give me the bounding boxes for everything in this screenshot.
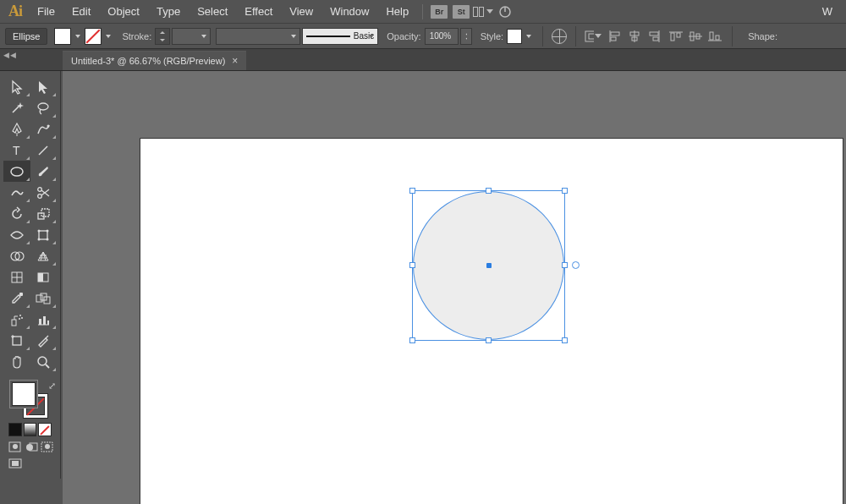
- document-tab[interactable]: Untitled-3* @ 66.67% (RGB/Preview) ×: [63, 51, 246, 70]
- align-bottom-button[interactable]: [706, 28, 723, 45]
- menu-edit[interactable]: Edit: [63, 0, 99, 24]
- stroke-dropdown[interactable]: [103, 28, 113, 45]
- line-segment-tool[interactable]: [30, 140, 58, 161]
- close-tab-button[interactable]: ×: [232, 56, 238, 66]
- mesh-tool[interactable]: [3, 266, 30, 288]
- blend-tool[interactable]: [30, 288, 58, 309]
- swap-fill-stroke-icon[interactable]: ⤢: [48, 381, 56, 392]
- align-right-button[interactable]: [645, 28, 662, 45]
- dock-toggle[interactable]: ◀◀: [3, 51, 17, 59]
- free-transform-tool[interactable]: [30, 224, 58, 245]
- draw-normal-icon[interactable]: [8, 441, 22, 453]
- arrange-documents-button[interactable]: [474, 3, 492, 20]
- bridge-button[interactable]: Br: [430, 3, 448, 20]
- magic-wand-tool[interactable]: [3, 97, 30, 118]
- lasso-icon: [36, 101, 50, 115]
- curvature-tool[interactable]: [30, 118, 58, 140]
- symbol-sprayer-icon: [10, 313, 24, 326]
- fill-swatch[interactable]: [54, 28, 71, 45]
- column-graph-tool[interactable]: [30, 309, 58, 330]
- hand-tool[interactable]: [3, 351, 30, 372]
- gradient-mode-button[interactable]: [24, 423, 37, 436]
- resize-handle-bottom-center[interactable]: [486, 337, 492, 343]
- menu-view[interactable]: View: [281, 0, 321, 24]
- menu-object[interactable]: Object: [99, 0, 148, 24]
- fill-dropdown[interactable]: [73, 28, 83, 45]
- align-left-button[interactable]: [607, 28, 624, 45]
- paintbrush-tool[interactable]: [30, 161, 58, 182]
- artboard-tool[interactable]: [3, 330, 30, 351]
- type-tool[interactable]: T: [3, 140, 30, 161]
- menu-effect[interactable]: Effect: [236, 0, 281, 24]
- svg-rect-71: [12, 461, 19, 466]
- resize-handle-top-center[interactable]: [486, 188, 492, 194]
- screen-mode-button[interactable]: [8, 458, 22, 470]
- svg-rect-51: [12, 320, 16, 326]
- fill-color-swatch[interactable]: [12, 382, 36, 406]
- perspective-icon: [36, 250, 50, 262]
- graphic-style-swatch[interactable]: [507, 29, 522, 44]
- scale-tool[interactable]: [30, 203, 58, 224]
- draw-inside-icon[interactable]: [41, 441, 54, 453]
- svg-rect-58: [47, 320, 49, 325]
- ellipse-tool[interactable]: [3, 161, 30, 182]
- stroke-swatch[interactable]: [85, 28, 102, 45]
- menu-file[interactable]: File: [29, 0, 63, 24]
- hand-icon: [10, 355, 24, 369]
- zoom-tool[interactable]: [30, 351, 58, 372]
- selection-bounding-box[interactable]: [412, 190, 565, 341]
- opacity-field[interactable]: 100%: [425, 28, 459, 45]
- draw-behind-icon[interactable]: [25, 441, 38, 453]
- workspace-switcher[interactable]: W: [814, 0, 841, 24]
- align-top-button[interactable]: [667, 28, 684, 45]
- shaper-tool[interactable]: [3, 182, 30, 203]
- width-tool[interactable]: [3, 224, 30, 245]
- gradient-tool[interactable]: [30, 266, 58, 288]
- slice-tool[interactable]: [30, 330, 58, 351]
- shape-builder-tool[interactable]: [3, 245, 30, 266]
- align-right-icon: [647, 30, 661, 42]
- direct-selection-tool[interactable]: [30, 76, 58, 97]
- perspective-grid-tool[interactable]: [30, 245, 58, 266]
- svg-point-52: [19, 315, 21, 316]
- shaper-icon: [10, 187, 24, 199]
- artboard[interactable]: [140, 139, 843, 504]
- menu-window[interactable]: Window: [321, 0, 377, 24]
- menu-select[interactable]: Select: [189, 0, 236, 24]
- resize-handle-top-right[interactable]: [562, 188, 568, 194]
- rotate-tool[interactable]: [3, 203, 30, 224]
- lasso-tool[interactable]: [30, 97, 58, 118]
- graphic-style-dropdown[interactable]: [524, 28, 534, 45]
- pie-widget-handle[interactable]: [572, 261, 580, 269]
- menu-help[interactable]: Help: [377, 0, 417, 24]
- resize-handle-bottom-left[interactable]: [409, 337, 415, 343]
- symbol-sprayer-tool[interactable]: [3, 309, 30, 330]
- chevron-down-icon: [595, 34, 602, 38]
- gpu-preview-button[interactable]: [496, 3, 514, 20]
- fill-stroke-control[interactable]: ⤢: [12, 382, 47, 418]
- svg-point-30: [38, 194, 42, 198]
- workspace-area[interactable]: [63, 71, 846, 504]
- align-vcenter-button[interactable]: [687, 28, 704, 45]
- opacity-more[interactable]: [460, 28, 472, 45]
- recolor-artwork-button[interactable]: [552, 29, 567, 44]
- brush-definition[interactable]: Basic: [302, 28, 378, 45]
- stroke-weight-stepper[interactable]: [155, 28, 170, 45]
- resize-handle-top-left[interactable]: [409, 188, 415, 194]
- none-mode-button[interactable]: [38, 423, 52, 436]
- svg-point-29: [38, 187, 42, 191]
- stroke-weight-field[interactable]: [172, 28, 211, 45]
- color-mode-button[interactable]: [8, 423, 22, 436]
- pen-tool[interactable]: [3, 118, 30, 140]
- resize-handle-middle-left[interactable]: [409, 262, 415, 268]
- menu-type[interactable]: Type: [148, 0, 189, 24]
- variable-width-profile[interactable]: [216, 28, 300, 45]
- eyedropper-tool[interactable]: [3, 288, 30, 309]
- resize-handle-middle-right[interactable]: [562, 262, 568, 268]
- scissors-tool[interactable]: [30, 182, 58, 203]
- stock-button[interactable]: St: [452, 3, 470, 20]
- resize-handle-bottom-right[interactable]: [562, 337, 568, 343]
- align-hcenter-button[interactable]: [626, 28, 643, 45]
- selection-tool[interactable]: [3, 76, 30, 97]
- align-to-button[interactable]: [585, 28, 602, 45]
